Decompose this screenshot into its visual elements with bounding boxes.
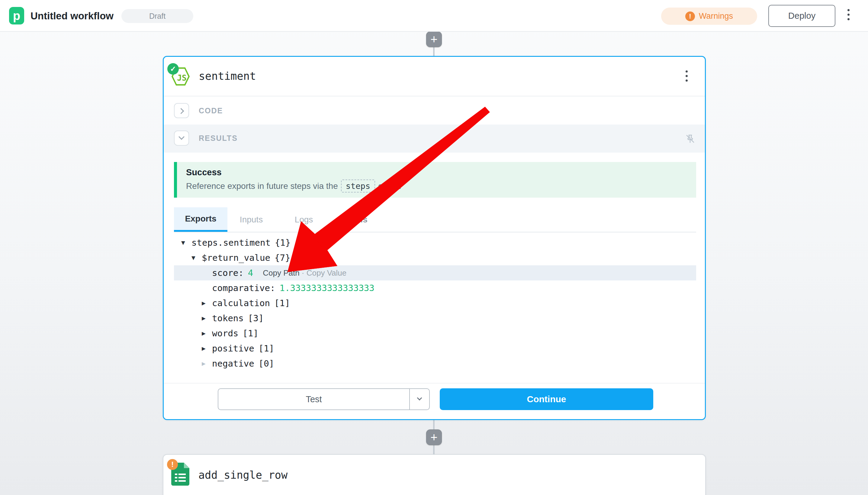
tree-row[interactable]: ▼ $return_value {7} [174, 250, 696, 265]
warnings-button[interactable]: ! Warnings [661, 7, 757, 25]
workflow-canvas: + + JS ✓ sentiment CODE [0, 0, 868, 495]
step-menu-icon[interactable] [686, 70, 688, 82]
chevron-right-icon [178, 108, 184, 114]
results-tabbar: Exports Inputs Logs Details [174, 207, 696, 233]
pipedream-logo[interactable]: p [9, 7, 24, 24]
tree-row[interactable]: ▶ tokens [3] [174, 311, 696, 326]
test-button[interactable]: Test [218, 389, 409, 409]
add-step-button[interactable]: + [426, 429, 442, 445]
more-options-icon[interactable] [848, 9, 850, 20]
logo-letter: p [13, 9, 20, 23]
test-options-button[interactable] [409, 389, 429, 409]
steps-token: steps [341, 180, 375, 192]
success-check-icon: ✓ [167, 63, 179, 75]
warning-icon: ! [685, 12, 695, 21]
success-title: Success [186, 167, 222, 177]
success-bar [174, 162, 177, 198]
tree-count: [1] [259, 343, 274, 354]
collapse-results-button[interactable] [174, 131, 189, 146]
add-step-button[interactable]: + [426, 31, 442, 47]
expand-icon[interactable]: ▶ [202, 300, 212, 307]
tree-key: positive [212, 343, 254, 354]
status-badge: Draft [121, 9, 193, 23]
copy-actions: Copy Path · Copy Value [263, 268, 347, 278]
chevron-down-icon [417, 395, 422, 400]
tree-key: steps.sentiment [192, 238, 271, 248]
tab-details[interactable]: Details [331, 207, 376, 232]
tree-count: {1} [275, 238, 290, 248]
step-header: JS ✓ sentiment [164, 57, 705, 97]
tree-value: 1.3333333333333333 [280, 283, 374, 293]
warning-glyph: ! [171, 460, 174, 469]
warning-badge-icon: ! [167, 459, 178, 470]
message-prefix: Reference exports in future steps via th… [186, 181, 338, 191]
success-banner: Success Reference exports in future step… [174, 162, 696, 198]
plus-icon: + [430, 33, 437, 45]
copy-path-link[interactable]: Copy Path [263, 268, 299, 277]
check-glyph: ✓ [170, 65, 176, 73]
tree-count: [3] [248, 313, 264, 323]
unpin-icon[interactable] [684, 133, 696, 144]
chevron-down-icon [178, 134, 184, 140]
step-card-sentiment[interactable]: JS ✓ sentiment CODE RESULTS [163, 56, 706, 420]
step-title[interactable]: add_single_row [198, 469, 287, 481]
tree-row-comparative[interactable]: comparative: 1.3333333333333333 [174, 280, 696, 295]
warnings-label: Warnings [699, 12, 733, 21]
step-title[interactable]: sentiment [199, 70, 256, 82]
expand-icon[interactable]: ▶ [202, 345, 212, 352]
nodejs-icon: JS ✓ [171, 67, 190, 86]
tree-key: comparative: [212, 283, 276, 293]
copy-value-link[interactable]: Copy Value [306, 268, 347, 277]
tree-key: tokens [212, 313, 244, 323]
collapse-icon[interactable]: ▼ [192, 254, 202, 261]
code-section-label: CODE [199, 97, 223, 124]
tree-row[interactable]: ▶ positive [1] [174, 341, 696, 356]
tree-row[interactable]: ▶ calculation [1] [174, 295, 696, 311]
tree-key: $return_value [202, 253, 270, 263]
tree-count: [1] [243, 328, 258, 339]
tree-row[interactable]: ▶ words [1] [174, 326, 696, 341]
footer-divider [164, 383, 705, 383]
expand-icon[interactable]: ▶ [202, 360, 212, 367]
collapse-icon[interactable]: ▼ [181, 239, 192, 246]
copy-separator: · [300, 268, 306, 277]
tree-key: negative [212, 358, 254, 369]
tree-key: words [212, 328, 238, 339]
workflow-title[interactable]: Untitled workflow [31, 10, 113, 22]
tab-exports[interactable]: Exports [174, 207, 227, 232]
results-section-header[interactable]: RESULTS [164, 124, 705, 153]
plus-icon: + [430, 431, 437, 443]
code-section-header[interactable]: CODE [164, 97, 705, 124]
tree-count: {7} [274, 253, 290, 263]
expand-icon[interactable]: ▶ [202, 330, 212, 337]
step-card-add-single-row[interactable]: ! add_single_row [163, 454, 706, 495]
success-message: Reference exports in future steps via th… [186, 180, 401, 192]
message-suffix: object [378, 181, 401, 191]
continue-button[interactable]: Continue [440, 388, 653, 410]
expand-code-button[interactable] [174, 103, 189, 118]
tab-inputs[interactable]: Inputs [236, 207, 266, 232]
tree-count: [1] [274, 298, 290, 308]
tree-count: [0] [259, 358, 274, 369]
deploy-button[interactable]: Deploy [768, 5, 835, 27]
tree-key: calculation [212, 298, 270, 308]
top-bar: p Untitled workflow Draft ! Warnings Dep… [0, 0, 868, 32]
tree-row[interactable]: ▶ negative [0] [174, 356, 696, 371]
tree-key: score: [212, 268, 244, 278]
tree-value: 4 [248, 268, 253, 278]
tree-row[interactable]: ▼ steps.sentiment {1} [174, 235, 696, 250]
test-split-button[interactable]: Test [218, 388, 430, 410]
expand-icon[interactable]: ▶ [202, 314, 212, 322]
google-sheets-icon: ! [171, 463, 189, 485]
results-section-label: RESULTS [199, 124, 238, 152]
tab-logs[interactable]: Logs [292, 207, 316, 232]
tree-row-score[interactable]: score: 4 Copy Path · Copy Value [174, 265, 696, 280]
